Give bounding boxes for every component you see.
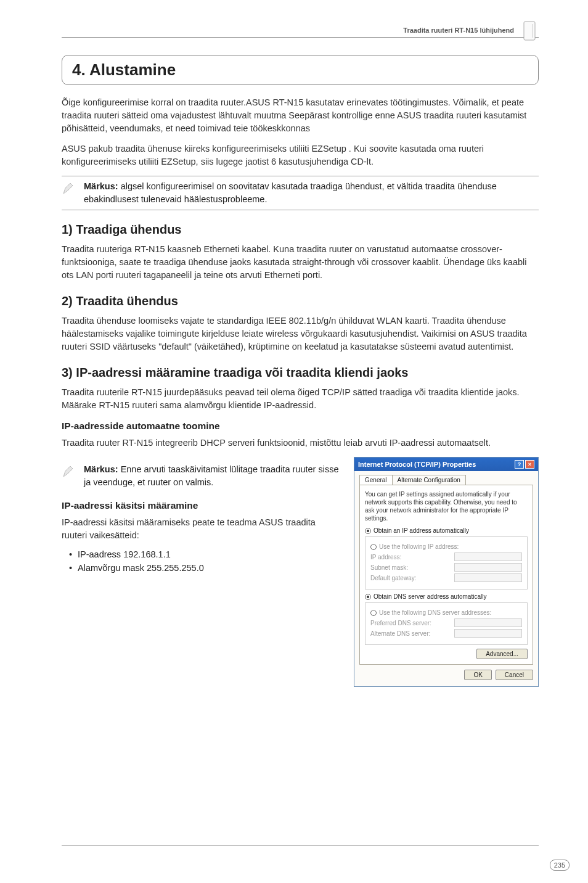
heading-ip: 3) IP-aadressi määramine traadiga või tr…	[62, 366, 539, 380]
field-label: IP address:	[370, 554, 401, 561]
ip-input	[454, 552, 522, 561]
intro-paragraph-1: Õige konfigureerimise korral on traadita…	[62, 96, 539, 135]
note-block-1: Märkus: algsel konfigureerimisel on soov…	[62, 176, 539, 210]
field-label: Default gateway:	[370, 575, 417, 581]
paragraph-auto-ip: Traadita ruuter RT-N15 integreerib DHCP …	[62, 437, 539, 450]
note-label: Märkus:	[84, 464, 118, 474]
radio-icon	[365, 528, 371, 534]
note-block-2: Märkus: Enne arvuti taaskäivitamist lüli…	[62, 463, 341, 489]
paragraph-wired: Traadita ruuteriga RT-N15 kaasneb Ethern…	[62, 243, 539, 282]
field-alternate-dns: Alternate DNS server:	[370, 629, 522, 638]
paragraph-manual-ip: IP-aadressi käsitsi määramiseks peate te…	[62, 516, 341, 542]
note-body: algsel konfigureerimisel on soovitatav k…	[84, 181, 497, 204]
page-number: 235	[550, 860, 570, 871]
field-label: Preferred DNS server:	[370, 620, 431, 626]
ip-input	[454, 629, 522, 638]
ip-input	[454, 563, 522, 572]
heading-manual-ip: IP-aadressi käsitsi määramine	[62, 500, 341, 511]
help-icon[interactable]: ?	[515, 460, 524, 469]
cancel-button[interactable]: Cancel	[496, 670, 533, 680]
svg-rect-0	[524, 22, 535, 40]
running-header: Traadita ruuteri RT-N15 lühijuhend	[403, 27, 514, 34]
pencil-icon	[62, 181, 76, 196]
field-ip-address: IP address:	[370, 552, 522, 561]
paragraph-ip: Traadita ruuterile RT-N15 juurdepääsuks …	[62, 386, 539, 412]
note-text-1: Märkus: algsel konfigureerimisel on soov…	[84, 180, 539, 206]
field-label: Alternate DNS server:	[370, 630, 430, 637]
dialog-tabs: General Alternate Configuration	[359, 475, 533, 485]
ok-button[interactable]: OK	[464, 670, 491, 680]
note-label: Märkus:	[84, 181, 118, 191]
header-rule: Traadita ruuteri RT-N15 lühijuhend	[62, 37, 539, 38]
radio-label: Use the following IP address:	[379, 543, 459, 550]
field-subnet-mask: Subnet mask:	[370, 563, 522, 572]
radio-icon	[370, 610, 377, 616]
note-body: Enne arvuti taaskäivitamist lülitage tra…	[84, 464, 338, 487]
section-title-box: 4. Alustamine	[62, 55, 539, 85]
heading-auto-ip: IP-aadresside automaatne toomine	[62, 421, 539, 432]
radio-icon	[365, 594, 371, 600]
router-icon	[520, 19, 539, 43]
tcp-ip-dialog: Internet Protocol (TCP/IP) Properties ? …	[354, 457, 539, 687]
pencil-icon	[62, 464, 76, 479]
footer-rule	[62, 845, 539, 846]
dialog-titlebar: Internet Protocol (TCP/IP) Properties ? …	[354, 458, 538, 471]
dialog-title-text: Internet Protocol (TCP/IP) Properties	[358, 461, 476, 468]
paragraph-wireless: Traadita ühenduse loomiseks vajate te st…	[62, 314, 539, 353]
tab-alternate[interactable]: Alternate Configuration	[392, 475, 466, 485]
note-text-2: Märkus: Enne arvuti taaskäivitamist lüli…	[84, 463, 341, 489]
page-title: 4. Alustamine	[72, 60, 528, 80]
tab-general[interactable]: General	[359, 475, 393, 485]
dialog-description: You can get IP settings assigned automat…	[365, 490, 528, 522]
radio-label: Obtain an IP address automatically	[374, 527, 469, 534]
field-label: Subnet mask:	[370, 564, 408, 571]
intro-paragraph-2: ASUS pakub traadita ühenuse kiireks konf…	[62, 142, 539, 168]
close-icon[interactable]: ×	[525, 460, 534, 469]
field-preferred-dns: Preferred DNS server:	[370, 618, 522, 627]
defaults-list: IP-aadress 192.168.1.1 Alamvõrgu mask 25…	[62, 549, 341, 573]
heading-wired: 1) Traadiga ühendus	[62, 223, 539, 237]
radio-icon	[370, 544, 377, 550]
field-default-gateway: Default gateway:	[370, 573, 522, 582]
heading-wireless: 2) Traadita ühendus	[62, 294, 539, 308]
radio-use-dns[interactable]: Use the following DNS server addresses:	[370, 609, 522, 616]
ip-input	[454, 618, 522, 627]
radio-obtain-ip[interactable]: Obtain an IP address automatically	[365, 527, 528, 534]
radio-label: Use the following DNS server addresses:	[379, 609, 491, 616]
radio-obtain-dns[interactable]: Obtain DNS server address automatically	[365, 593, 528, 600]
radio-use-ip[interactable]: Use the following IP address:	[370, 543, 522, 550]
ip-input	[454, 573, 522, 582]
advanced-button[interactable]: Advanced...	[476, 649, 528, 659]
radio-label: Obtain DNS server address automatically	[374, 593, 486, 600]
list-item: IP-aadress 192.168.1.1	[69, 549, 341, 559]
list-item: Alamvõrgu mask 255.255.255.0	[69, 563, 341, 573]
